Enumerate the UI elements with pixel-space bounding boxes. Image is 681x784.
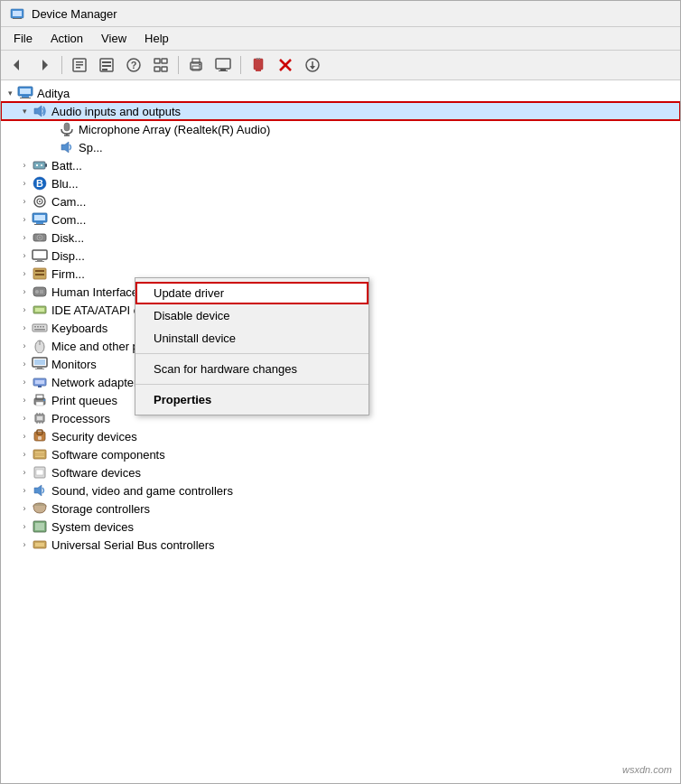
audio-category[interactable]: ▾ Audio inputs and outputs [1, 102, 680, 120]
root-expander[interactable]: ▾ [3, 89, 17, 98]
disk-expander[interactable]: › [17, 233, 32, 242]
computer-item[interactable]: › Com... [1, 210, 680, 229]
security-expander[interactable]: › [17, 432, 32, 441]
ctx-properties[interactable]: Properties [135, 388, 368, 411]
keyboards-expander[interactable]: › [17, 323, 32, 332]
usb-expander[interactable]: › [17, 540, 32, 549]
display-item[interactable]: › Disp... [1, 247, 680, 265]
microphone-item[interactable]: Microphone Array (Realtek(R) Audio) [1, 120, 680, 138]
help-button[interactable]: ? [121, 53, 146, 77]
svg-rect-83 [34, 359, 45, 365]
speakers-item[interactable]: Sp... [1, 138, 680, 156]
system-expander[interactable]: › [17, 522, 32, 531]
menu-help[interactable]: Help [135, 29, 178, 48]
print-expander[interactable]: › [17, 396, 32, 405]
sound-item[interactable]: › Sound, video and game controllers [1, 481, 680, 499]
bluetooth-expander[interactable]: › [17, 179, 32, 188]
network-expander[interactable]: › [17, 378, 32, 387]
batteries-icon [32, 157, 48, 173]
svg-rect-8 [76, 64, 83, 66]
speakers-label: Sp... [79, 141, 103, 154]
storage-item[interactable]: › Storage controllers [1, 499, 680, 518]
storage-expander[interactable]: › [17, 504, 32, 513]
security-label: Security devices [51, 430, 137, 443]
svg-rect-78 [42, 326, 44, 328]
bluetooth-item[interactable]: › B Blu... [1, 174, 680, 192]
display-expander[interactable]: › [17, 251, 32, 260]
menu-file[interactable]: File [5, 29, 42, 48]
remove-button[interactable] [273, 53, 298, 77]
svg-point-54 [39, 201, 41, 202]
svg-rect-12 [102, 65, 111, 67]
batteries-expander[interactable]: › [17, 161, 32, 170]
menu-action[interactable]: Action [42, 29, 92, 48]
ctx-uninstall-device[interactable]: Uninstall device [135, 327, 368, 350]
svg-rect-3 [13, 18, 22, 19]
back-button[interactable] [5, 53, 30, 77]
processors-expander[interactable]: › [17, 414, 32, 423]
svg-rect-58 [34, 224, 45, 225]
properties-button[interactable] [67, 53, 92, 77]
storage-label: Storage controllers [51, 502, 150, 516]
ctx-disable-device[interactable]: Disable device [135, 304, 368, 327]
keyboards-label: Keyboards [51, 322, 107, 335]
details-button[interactable] [94, 53, 119, 77]
system-item[interactable]: › System devices [1, 518, 680, 536]
cameras-expander[interactable]: › [17, 197, 32, 206]
svg-rect-7 [76, 61, 83, 63]
hid-expander[interactable]: › [17, 287, 32, 296]
disk-item[interactable]: › Disk... [1, 229, 680, 247]
usb-item[interactable]: › Universal Serial Bus controllers [1, 536, 680, 554]
svg-rect-45 [33, 162, 45, 169]
mice-expander[interactable]: › [17, 341, 32, 350]
scan-button[interactable] [300, 53, 325, 77]
sound-expander[interactable]: › [17, 486, 32, 495]
software-components-expander[interactable]: › [17, 450, 32, 459]
system-label: System devices [51, 520, 134, 534]
forward-button[interactable] [32, 53, 57, 77]
menu-view[interactable]: View [92, 29, 135, 48]
ide-expander[interactable]: › [17, 305, 32, 314]
batteries-item[interactable]: › Batt... [1, 156, 680, 174]
root-label: Aditya [37, 87, 70, 100]
audio-expander[interactable]: ▾ [17, 107, 32, 116]
context-menu: Update driver Disable device Uninstall d… [135, 277, 369, 415]
monitors-label: Monitors [51, 358, 97, 371]
svg-rect-41 [64, 123, 70, 131]
network-button[interactable] [148, 53, 173, 77]
tree-root[interactable]: ▾ Aditya [1, 84, 680, 102]
svg-rect-56 [34, 215, 45, 220]
cameras-item[interactable]: › Cam... [1, 192, 680, 210]
svg-rect-105 [35, 452, 44, 457]
display-button[interactable] [210, 53, 236, 77]
printer-icon [32, 392, 48, 408]
svg-rect-109 [36, 470, 43, 475]
network-label: Network adapters [51, 376, 144, 389]
batteries-label: Batt... [51, 159, 82, 173]
plugin-button[interactable] [246, 53, 271, 77]
microphone-icon [59, 121, 75, 137]
software-devices-expander[interactable]: › [17, 468, 32, 477]
audio-label: Audio inputs and outputs [51, 105, 181, 118]
ctx-scan-hardware[interactable]: Scan for hardware changes [135, 358, 368, 380]
svg-rect-67 [35, 274, 44, 275]
svg-rect-103 [38, 436, 42, 440]
firmware-expander[interactable]: › [17, 269, 32, 278]
svg-rect-1 [13, 11, 22, 16]
software-components-item[interactable]: › Software components [1, 445, 680, 463]
svg-rect-26 [219, 70, 228, 71]
security-item[interactable]: › Security devices [1, 427, 680, 445]
ctx-update-driver[interactable]: Update driver [135, 282, 368, 304]
firmware-label: Firm... [51, 267, 85, 281]
monitors-expander[interactable]: › [17, 359, 32, 369]
svg-marker-110 [34, 485, 42, 496]
computer-expander[interactable]: › [17, 215, 32, 224]
svg-marker-40 [34, 106, 42, 117]
print-label: Print queues [51, 394, 117, 407]
svg-marker-44 [61, 142, 69, 153]
bluetooth-label: Blu... [51, 177, 79, 191]
menu-bar: File Action View Help [1, 27, 680, 51]
svg-rect-30 [259, 58, 261, 60]
print-button[interactable] [183, 53, 209, 77]
software-devices-item[interactable]: › Software devices [1, 463, 680, 481]
